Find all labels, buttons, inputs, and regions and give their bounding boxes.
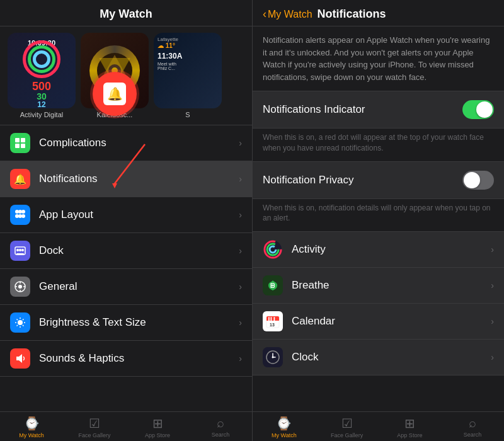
calendar-app-icon: ▌▌ ▌ 13 (263, 311, 283, 331)
notif-icon-inner: 🔔 (103, 83, 126, 105)
svg-marker-37 (16, 354, 22, 363)
toggle-knob-off (464, 172, 480, 188)
activity-rings (23, 40, 60, 78)
svg-text:13: 13 (270, 323, 275, 327)
app-layout-svg (14, 209, 26, 221)
watch-face-third-wrapper: Lafayette ☁ 11° 11:30A Meet withPhilz C.… (154, 33, 222, 118)
svg-point-28 (18, 320, 23, 325)
back-chevron-icon: ‹ (263, 8, 266, 21)
svg-rect-9 (15, 144, 20, 148)
notifications-indicator-label: Notifications Indicator (263, 103, 462, 116)
back-label: My Watch (268, 9, 312, 20)
svg-marker-6 (112, 183, 117, 188)
right-face-gallery-tab-icon: ☑ (341, 416, 353, 431)
sounds-icon (10, 348, 30, 369)
watch-face-third[interactable]: Lafayette ☁ 11° 11:30A Meet withPhilz C.… (154, 33, 222, 108)
svg-text:▌▌ ▌: ▌▌ ▌ (268, 317, 276, 321)
right-header: ‹ My Watch Notifications (253, 0, 504, 26)
notification-privacy-sub: When this is on, notification details wi… (253, 199, 504, 232)
right-tab-search[interactable]: ⌕ Search (441, 416, 504, 438)
dock-svg (14, 244, 26, 257)
notifications-description: Notification alerts appear on Apple Watc… (263, 34, 494, 83)
breathe-app-chevron: › (491, 280, 494, 290)
app-item-breathe[interactable]: ᗸ Breathe › (253, 268, 504, 304)
notif-icon-symbol: 🔔 (14, 173, 26, 185)
svg-point-19 (16, 249, 19, 251)
right-panel: ‹ My Watch Notifications Notification al… (252, 0, 504, 441)
general-chevron: › (239, 282, 242, 292)
svg-line-33 (17, 319, 18, 321)
third-city: Lafayette (158, 37, 218, 42)
calendar-app-chevron: › (491, 316, 494, 326)
right-tab-face-gallery[interactable]: ☑ Face Gallery (316, 416, 379, 438)
sounds-label: Sounds & Haptics (39, 352, 239, 365)
search-tab-label: Search (212, 432, 230, 438)
calendar-app-label: Calendar (292, 315, 491, 328)
menu-item-sounds[interactable]: Sounds & Haptics › (0, 341, 252, 377)
svg-point-21 (21, 249, 24, 251)
menu-item-dock[interactable]: Dock › (0, 233, 252, 269)
right-tab-my-watch[interactable]: ⌚ My Watch (253, 416, 316, 438)
ring-inner (33, 50, 50, 68)
watch-face-activity[interactable]: 10:09:30 500 30 12 4:30 GUITAR LESSON (8, 33, 76, 108)
app-item-activity[interactable]: Activity › (253, 232, 504, 268)
exercise: 30 (37, 92, 47, 101)
right-app-store-tab-label: App Store (397, 432, 422, 438)
notifications-indicator-toggle[interactable] (462, 100, 494, 119)
right-tab-app-store[interactable]: ⊞ App Store (379, 416, 442, 438)
tab-search[interactable]: ⌕ Search (189, 416, 252, 438)
app-list: Activity › ᗸ Breathe › ▌▌ ▌ (253, 232, 504, 411)
app-item-calendar[interactable]: ▌▌ ▌ 13 Calendar › (253, 304, 504, 340)
breathe-app-label: Breathe (292, 279, 491, 292)
clock-app-chevron: › (491, 352, 494, 362)
right-my-watch-tab-icon: ⌚ (276, 416, 292, 431)
app-store-tab-label: App Store (145, 432, 170, 438)
svg-rect-7 (15, 138, 20, 142)
menu-item-brightness[interactable]: Brightness & Text Size › (0, 305, 252, 341)
breathe-icon-svg: ᗸ (266, 279, 279, 292)
activity-icon-svg (263, 239, 283, 260)
back-button[interactable]: ‹ My Watch (263, 8, 312, 21)
notification-privacy-toggle[interactable] (462, 171, 494, 190)
svg-point-51 (272, 357, 274, 358)
tab-app-store[interactable]: ⊞ App Store (126, 416, 189, 438)
toggle-knob-on (476, 101, 493, 118)
settings-section: Notifications Indicator When this is on,… (253, 91, 504, 232)
notification-privacy-row: Notification Privacy (253, 162, 504, 199)
sounds-svg (14, 352, 26, 365)
app-store-tab-icon: ⊞ (152, 416, 163, 431)
tab-my-watch[interactable]: ⌚ My Watch (0, 416, 63, 438)
brightness-label: Brightness & Text Size (39, 316, 239, 329)
app-layout-chevron: › (239, 210, 242, 220)
activity-app-icon (263, 239, 283, 260)
notif-circle: 🔔 (93, 72, 137, 116)
svg-rect-8 (21, 138, 25, 142)
tab-face-gallery[interactable]: ☑ Face Gallery (63, 416, 126, 438)
dock-chevron: › (239, 246, 242, 256)
third-event: Meet withPhilz C... (158, 62, 218, 71)
calories: 500 (32, 81, 51, 92)
left-title: My Watch (0, 8, 252, 21)
menu-item-general[interactable]: General › (0, 269, 252, 305)
svg-text:ᗸ: ᗸ (270, 282, 275, 289)
watch-face-activity-wrapper: 10:09:30 500 30 12 4:30 GUITAR LESSON Ac… (8, 33, 76, 118)
menu-item-app-layout[interactable]: App Layout › (0, 197, 252, 233)
my-watch-tab-label: My Watch (19, 432, 44, 438)
svg-point-16 (21, 214, 25, 218)
brightness-svg (14, 316, 26, 329)
brightness-icon (10, 312, 30, 333)
dock-label: Dock (39, 244, 239, 257)
left-panel: My Watch 10:09:30 500 30 12 4:30 GU (0, 0, 252, 441)
right-app-store-tab-icon: ⊞ (404, 416, 415, 431)
svg-line-34 (23, 325, 24, 326)
activity-app-chevron: › (491, 244, 494, 255)
face-gallery-tab-icon: ☑ (89, 416, 100, 431)
third-weather: ☁ 11° (158, 42, 218, 49)
notifications-icon: 🔔 (10, 169, 30, 189)
right-face-gallery-tab-label: Face Gallery (331, 432, 363, 438)
svg-line-35 (23, 319, 24, 321)
app-item-clock[interactable]: Clock › (253, 340, 504, 375)
right-tab-bar: ⌚ My Watch ☑ Face Gallery ⊞ App Store ⌕ … (253, 411, 504, 441)
svg-rect-18 (16, 253, 24, 255)
app-layout-icon (10, 205, 30, 225)
